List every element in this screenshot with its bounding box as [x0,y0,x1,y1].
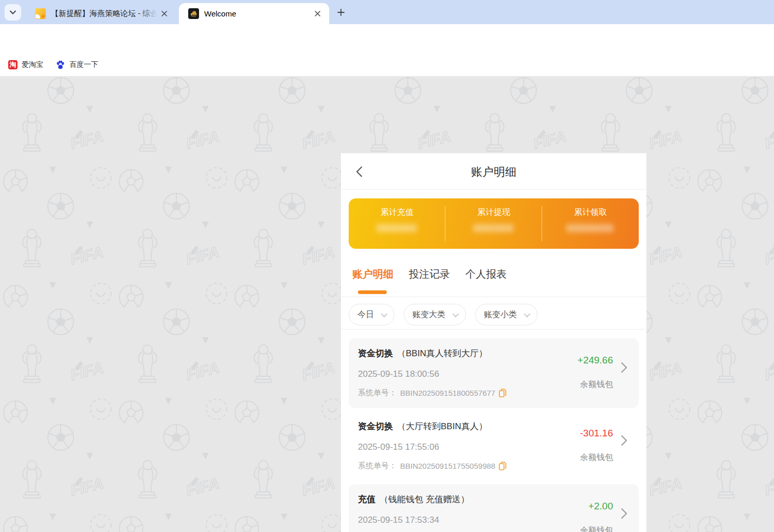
transaction-datetime: 2025-09-15 18:00:56 [358,369,439,379]
category-filter-dropdown[interactable]: 账变大类 [404,304,466,325]
transaction-type: 资金切换 [358,421,393,431]
order-number: BBIN202509151755059988 [400,462,495,470]
transaction-order: 系统单号：BBIN202509151800557677 [358,388,507,398]
transaction-list: 资金切换（BBIN真人转到大厅） 2025-09-15 18:00:56 系统单… [349,338,639,532]
transaction-card[interactable]: 资金切换（BBIN真人转到大厅） 2025-09-15 18:00:56 系统单… [349,338,639,408]
transaction-title: 充值（钱能钱包 充值赠送） [358,493,470,505]
summary-value-masked: 888888 [377,223,418,234]
subcategory-filter-dropdown[interactable]: 账变小类 [475,304,537,325]
transaction-datetime: 2025-09-15 17:53:34 [358,515,439,525]
date-filter-dropdown[interactable]: 今日 [349,304,394,325]
transaction-wallet: 余额钱包 [580,525,613,532]
new-tab-button[interactable] [334,6,348,19]
summary-recharge: 累计充值 888888 [349,198,445,249]
tab-forum[interactable]: 【新提醒】海燕策略论坛 - 综合 [26,3,176,24]
order-label: 系统单号： [358,388,397,398]
summary-withdraw: 累计提现 888888 [445,198,542,249]
tab-bet-records[interactable]: 投注记录 [409,267,450,281]
chevron-down-icon [381,310,388,317]
report-tabs: 账户明细 投注记录 个人报表 [352,267,507,281]
transaction-amount: +249.66 [578,355,613,366]
close-tab-icon[interactable] [311,7,324,21]
summary-label: 累计提现 [477,207,510,218]
forum-favicon-icon [35,8,46,19]
transaction-card[interactable]: 充值（钱能钱包 充值赠送） 2025-09-15 17:53:34 系统单号：R… [349,484,639,532]
filter-label: 账变大类 [412,309,445,320]
transaction-detail: （钱能钱包 充值赠送） [380,494,470,504]
transaction-amount: -301.16 [580,428,613,439]
summary-card: 累计充值 888888 累计提现 888888 累计领取 8888888 [349,198,639,249]
transaction-amount: +2.00 [588,501,613,512]
tab-welcome[interactable]: Welcome [179,3,329,24]
transaction-order: 系统单号：BBIN202509151755059988 [358,461,507,471]
summary-claimed: 累计领取 8888888 [542,198,639,249]
page-title: 账户明细 [341,164,646,180]
chevron-down-icon [453,310,459,317]
tab-account-detail[interactable]: 账户明细 [352,267,393,281]
chevron-down-icon [10,10,16,14]
page-content: FIFA [0,76,774,532]
tab-personal-report[interactable]: 个人报表 [465,267,507,281]
chevron-right-icon [621,435,627,446]
transaction-wallet: 余额钱包 [580,452,613,463]
chevron-down-icon [524,310,531,317]
divider [341,329,646,329]
transaction-detail: （大厅转到BBIN真人） [397,421,488,431]
order-label: 系统单号： [358,461,397,471]
summary-value-masked: 888888 [474,223,514,234]
transaction-title: 资金切换（BBIN真人转到大厅） [358,347,488,359]
chevron-right-icon [621,362,627,373]
order-number: BBIN202509151800557677 [400,389,495,397]
bookmark-label: 爱淘宝 [22,60,43,69]
summary-label: 累计充值 [381,207,413,218]
welcome-favicon-icon [188,8,199,19]
close-tab-icon[interactable] [157,7,171,21]
transaction-type: 资金切换 [358,348,393,358]
transaction-detail: （BBIN真人转到大厅） [397,348,488,358]
tab-strip: 【新提醒】海燕策略论坛 - 综合 Welcome [0,0,774,24]
summary-label: 累计领取 [574,207,607,218]
transaction-datetime: 2025-09-15 17:55:06 [358,442,439,452]
divider [341,297,646,297]
summary-value-masked: 8888888 [567,223,614,234]
bookmark-baidu[interactable]: 百度一下 [56,53,98,76]
taobao-icon: 淘 [8,60,17,69]
browser-window: 【新提醒】海燕策略论坛 - 综合 Welcome [0,0,774,532]
filter-label: 账变小类 [484,309,517,320]
copy-icon[interactable] [499,389,507,397]
chevron-right-icon [621,508,627,519]
baidu-paw-icon [56,60,65,70]
transaction-title: 资金切换（大厅转到BBIN真人） [358,420,488,432]
account-panel: 账户明细 累计充值 888888 累计提现 888888 累计领取 888888… [341,153,646,532]
panel-header: 账户明细 [341,153,646,190]
filter-row: 今日 账变大类 账变小类 [349,304,537,325]
bookmark-aitaobao[interactable]: 淘 爱淘宝 [8,53,43,76]
transaction-wallet: 余额钱包 [580,379,613,390]
tab-search-button[interactable] [5,4,21,21]
tab-title: 【新提醒】海燕策略论坛 - 综合 [51,9,157,19]
active-tab-underline [358,290,387,294]
tab-title: Welcome [204,9,311,18]
transaction-card[interactable]: 资金切换（大厅转到BBIN真人） 2025-09-15 17:55:06 系统单… [349,411,639,481]
browser-toolbar: 175616.cc/reports/index [0,24,774,53]
transaction-type: 充值 [358,494,375,504]
filter-label: 今日 [357,309,374,320]
bookmark-label: 百度一下 [69,60,98,69]
copy-icon[interactable] [499,462,507,470]
bookmarks-bar: 淘 爱淘宝 百度一下 [0,53,774,76]
